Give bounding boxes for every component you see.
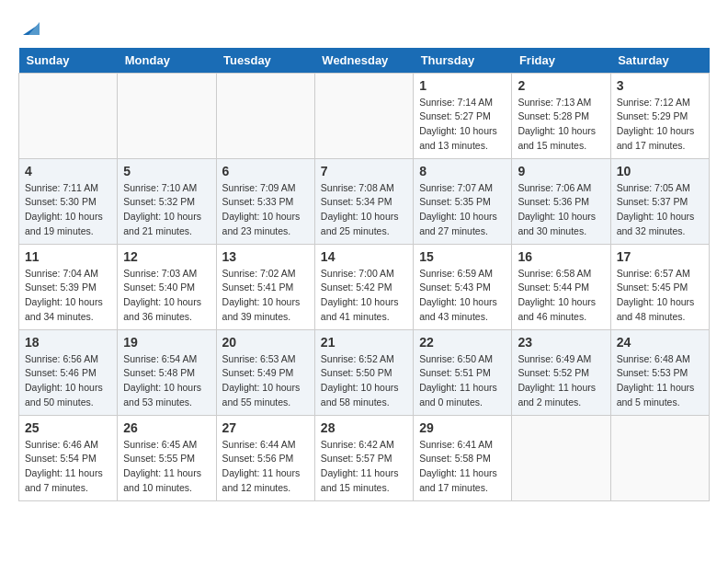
day-info: Sunrise: 6:50 AM Sunset: 5:51 PM Dayligh… xyxy=(419,352,506,410)
calendar-cell: 17Sunrise: 6:57 AM Sunset: 5:45 PM Dayli… xyxy=(610,244,709,329)
day-number: 1 xyxy=(419,78,506,93)
week-row-5: 25Sunrise: 6:46 AM Sunset: 5:54 PM Dayli… xyxy=(19,415,710,500)
day-info: Sunrise: 7:04 AM Sunset: 5:39 PM Dayligh… xyxy=(25,267,111,325)
day-number: 15 xyxy=(419,249,506,264)
day-number: 21 xyxy=(321,335,407,350)
day-info: Sunrise: 6:44 AM Sunset: 5:56 PM Dayligh… xyxy=(222,438,309,496)
day-number: 14 xyxy=(321,249,407,264)
day-info: Sunrise: 7:11 AM Sunset: 5:30 PM Dayligh… xyxy=(25,181,111,239)
day-number: 5 xyxy=(123,164,210,178)
day-number: 24 xyxy=(617,335,703,350)
calendar-cell: 18Sunrise: 6:56 AM Sunset: 5:46 PM Dayli… xyxy=(19,329,118,415)
day-number: 6 xyxy=(222,164,309,178)
calendar-cell: 12Sunrise: 7:03 AM Sunset: 5:40 PM Dayli… xyxy=(118,244,216,329)
day-number: 8 xyxy=(419,164,506,178)
day-info: Sunrise: 7:07 AM Sunset: 5:35 PM Dayligh… xyxy=(419,181,506,239)
day-info: Sunrise: 7:08 AM Sunset: 5:34 PM Dayligh… xyxy=(321,181,407,239)
calendar-cell xyxy=(216,73,314,158)
calendar-cell: 26Sunrise: 6:45 AM Sunset: 5:55 PM Dayli… xyxy=(118,415,216,500)
header-day-wednesday: Wednesday xyxy=(314,48,413,74)
day-info: Sunrise: 7:05 AM Sunset: 5:37 PM Dayligh… xyxy=(617,181,703,239)
header-day-friday: Friday xyxy=(512,48,610,74)
day-number: 29 xyxy=(419,420,506,435)
day-info: Sunrise: 7:06 AM Sunset: 5:36 PM Dayligh… xyxy=(518,181,604,239)
calendar-cell: 14Sunrise: 7:00 AM Sunset: 5:42 PM Dayli… xyxy=(314,244,413,329)
calendar-table: SundayMondayTuesdayWednesdayThursdayFrid… xyxy=(18,48,710,501)
day-number: 17 xyxy=(617,249,703,264)
calendar-cell: 27Sunrise: 6:44 AM Sunset: 5:56 PM Dayli… xyxy=(216,415,314,500)
logo-text xyxy=(18,18,40,39)
day-info: Sunrise: 7:00 AM Sunset: 5:42 PM Dayligh… xyxy=(321,267,407,325)
day-info: Sunrise: 6:49 AM Sunset: 5:52 PM Dayligh… xyxy=(518,352,604,410)
header-day-thursday: Thursday xyxy=(414,48,512,74)
calendar-cell: 28Sunrise: 6:42 AM Sunset: 5:57 PM Dayli… xyxy=(314,415,413,500)
calendar-cell xyxy=(118,73,216,158)
calendar-cell xyxy=(314,73,413,158)
day-number: 27 xyxy=(222,420,309,435)
day-number: 25 xyxy=(25,420,111,435)
calendar-cell: 16Sunrise: 6:58 AM Sunset: 5:44 PM Dayli… xyxy=(512,244,610,329)
calendar-cell: 6Sunrise: 7:09 AM Sunset: 5:33 PM Daylig… xyxy=(216,158,314,244)
day-info: Sunrise: 7:13 AM Sunset: 5:28 PM Dayligh… xyxy=(518,96,604,154)
day-number: 7 xyxy=(321,164,407,178)
calendar-cell xyxy=(19,73,118,158)
calendar-cell: 3Sunrise: 7:12 AM Sunset: 5:29 PM Daylig… xyxy=(610,73,709,158)
day-info: Sunrise: 7:02 AM Sunset: 5:41 PM Dayligh… xyxy=(222,267,309,325)
calendar-cell xyxy=(610,415,709,500)
day-info: Sunrise: 7:09 AM Sunset: 5:33 PM Dayligh… xyxy=(222,181,309,239)
calendar-cell: 7Sunrise: 7:08 AM Sunset: 5:34 PM Daylig… xyxy=(314,158,413,244)
calendar-cell: 21Sunrise: 6:52 AM Sunset: 5:50 PM Dayli… xyxy=(314,329,413,415)
page-header xyxy=(18,18,710,39)
calendar-cell: 5Sunrise: 7:10 AM Sunset: 5:32 PM Daylig… xyxy=(118,158,216,244)
day-number: 22 xyxy=(419,335,506,350)
day-number: 12 xyxy=(123,249,210,264)
day-info: Sunrise: 6:54 AM Sunset: 5:48 PM Dayligh… xyxy=(123,352,210,410)
week-row-1: 1Sunrise: 7:14 AM Sunset: 5:27 PM Daylig… xyxy=(19,73,710,158)
week-row-3: 11Sunrise: 7:04 AM Sunset: 5:39 PM Dayli… xyxy=(19,244,710,329)
day-info: Sunrise: 6:59 AM Sunset: 5:43 PM Dayligh… xyxy=(419,267,506,325)
header-day-saturday: Saturday xyxy=(610,48,709,74)
svg-marker-1 xyxy=(28,22,40,35)
day-info: Sunrise: 7:14 AM Sunset: 5:27 PM Dayligh… xyxy=(419,96,506,154)
calendar-cell: 8Sunrise: 7:07 AM Sunset: 5:35 PM Daylig… xyxy=(414,158,512,244)
day-number: 9 xyxy=(518,164,604,178)
day-number: 23 xyxy=(518,335,604,350)
day-number: 11 xyxy=(25,249,111,264)
day-number: 26 xyxy=(123,420,210,435)
day-number: 19 xyxy=(123,335,210,350)
calendar-cell: 13Sunrise: 7:02 AM Sunset: 5:41 PM Dayli… xyxy=(216,244,314,329)
header-day-monday: Monday xyxy=(118,48,216,74)
calendar-cell: 23Sunrise: 6:49 AM Sunset: 5:52 PM Dayli… xyxy=(512,329,610,415)
day-info: Sunrise: 6:45 AM Sunset: 5:55 PM Dayligh… xyxy=(123,438,210,496)
day-info: Sunrise: 6:52 AM Sunset: 5:50 PM Dayligh… xyxy=(321,352,407,410)
day-number: 3 xyxy=(617,78,703,93)
day-info: Sunrise: 7:10 AM Sunset: 5:32 PM Dayligh… xyxy=(123,181,210,239)
calendar-cell: 1Sunrise: 7:14 AM Sunset: 5:27 PM Daylig… xyxy=(414,73,512,158)
day-info: Sunrise: 7:12 AM Sunset: 5:29 PM Dayligh… xyxy=(617,96,703,154)
day-info: Sunrise: 6:41 AM Sunset: 5:58 PM Dayligh… xyxy=(419,438,506,496)
calendar-cell: 10Sunrise: 7:05 AM Sunset: 5:37 PM Dayli… xyxy=(610,158,709,244)
day-info: Sunrise: 6:42 AM Sunset: 5:57 PM Dayligh… xyxy=(321,438,407,496)
logo xyxy=(18,18,40,39)
week-row-4: 18Sunrise: 6:56 AM Sunset: 5:46 PM Dayli… xyxy=(19,329,710,415)
day-info: Sunrise: 6:46 AM Sunset: 5:54 PM Dayligh… xyxy=(25,438,111,496)
day-info: Sunrise: 6:58 AM Sunset: 5:44 PM Dayligh… xyxy=(518,267,604,325)
calendar-cell: 20Sunrise: 6:53 AM Sunset: 5:49 PM Dayli… xyxy=(216,329,314,415)
calendar-cell: 25Sunrise: 6:46 AM Sunset: 5:54 PM Dayli… xyxy=(19,415,118,500)
day-number: 28 xyxy=(321,420,407,435)
header-day-sunday: Sunday xyxy=(19,48,118,74)
day-number: 18 xyxy=(25,335,111,350)
day-info: Sunrise: 6:57 AM Sunset: 5:45 PM Dayligh… xyxy=(617,267,703,325)
calendar-cell xyxy=(512,415,610,500)
day-number: 13 xyxy=(222,249,309,264)
day-number: 10 xyxy=(617,164,703,178)
calendar-cell: 22Sunrise: 6:50 AM Sunset: 5:51 PM Dayli… xyxy=(414,329,512,415)
logo-icon xyxy=(19,20,40,37)
calendar-cell: 19Sunrise: 6:54 AM Sunset: 5:48 PM Dayli… xyxy=(118,329,216,415)
day-number: 20 xyxy=(222,335,309,350)
day-info: Sunrise: 6:48 AM Sunset: 5:53 PM Dayligh… xyxy=(617,352,703,410)
day-number: 2 xyxy=(518,78,604,93)
calendar-cell: 11Sunrise: 7:04 AM Sunset: 5:39 PM Dayli… xyxy=(19,244,118,329)
header-row: SundayMondayTuesdayWednesdayThursdayFrid… xyxy=(19,48,710,74)
calendar-cell: 29Sunrise: 6:41 AM Sunset: 5:58 PM Dayli… xyxy=(414,415,512,500)
